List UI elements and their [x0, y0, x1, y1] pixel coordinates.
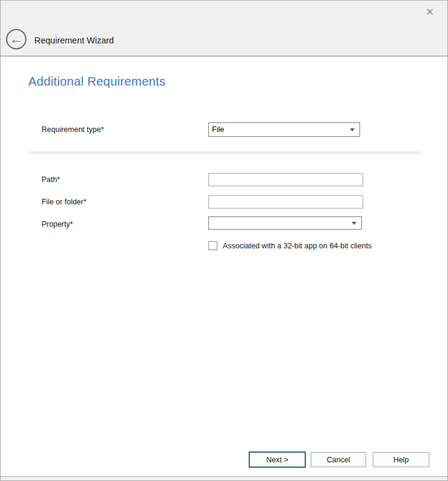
close-button[interactable]: × [421, 3, 439, 21]
page-heading: Additional Requirements [28, 74, 166, 89]
property-dropdown[interactable] [208, 216, 362, 230]
window-bottom-edge [1, 476, 447, 480]
path-label: Path* [42, 175, 60, 184]
requirement-type-dropdown[interactable]: File [208, 122, 360, 137]
wizard-title: Requirement Wizard [34, 36, 114, 45]
requirement-type-value: File [212, 125, 224, 134]
header: × ← Requirement Wizard [1, 1, 447, 57]
cancel-button[interactable]: Cancel [311, 452, 366, 467]
back-button[interactable]: ← [6, 29, 26, 49]
association-checkbox-label[interactable]: Associated with a 32-bit app on 64-bit c… [223, 242, 372, 250]
back-arrow-icon: ← [10, 33, 23, 45]
property-label: Property* [42, 220, 73, 228]
file-or-folder-input[interactable] [208, 195, 363, 209]
close-icon: × [426, 4, 434, 20]
requirement-wizard-dialog: × ← Requirement Wizard Additional Requir… [0, 0, 448, 481]
next-button[interactable]: Next > [249, 451, 306, 468]
requirement-type-label: Requirement type* [42, 125, 104, 134]
path-input[interactable] [208, 173, 363, 186]
section-separator [28, 151, 421, 154]
help-button[interactable]: Help [373, 452, 429, 467]
file-or-folder-label: File or folder* [42, 198, 86, 206]
association-checkbox[interactable] [208, 241, 217, 250]
chevron-down-icon [350, 128, 355, 131]
chevron-down-icon [352, 222, 356, 225]
